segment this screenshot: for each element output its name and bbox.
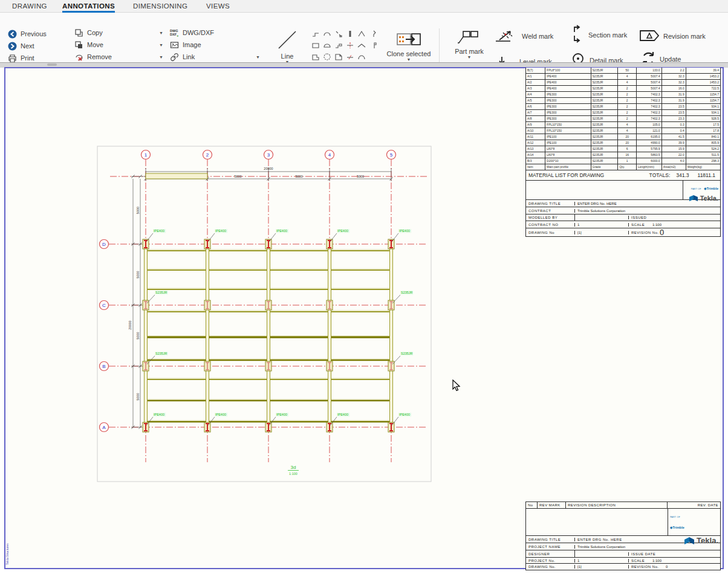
svg-text:IPE400: IPE400	[276, 229, 287, 233]
angle-icon[interactable]	[356, 28, 367, 39]
clone-selected-button[interactable]: Clone selected ▼	[385, 31, 433, 62]
dwg-dxf-button[interactable]: DWGDXF+ DWG/DXF	[169, 27, 214, 38]
trimble-logo-bottom: ◆Trimble	[670, 526, 684, 529]
total-area: 341.3	[676, 172, 689, 178]
freehand-icon[interactable]	[333, 28, 344, 39]
clone-selected-icon	[396, 43, 421, 50]
copy-label: Copy	[87, 29, 103, 36]
svg-text:IPE400: IPE400	[154, 229, 164, 233]
move-button[interactable]: Move	[74, 39, 103, 50]
trimble-logo: ◆Trimble	[704, 187, 718, 190]
tab-annotations[interactable]: ANNOTATIONS	[62, 0, 115, 13]
designer-row: DESIGNER ISSUE DATE	[526, 550, 720, 558]
line-tool-button[interactable]: Line ▼	[273, 28, 301, 64]
link-dropdown-caret[interactable]: ▼	[256, 55, 260, 59]
material-row: A/12IPE100S235JR204990.039.9805.9	[526, 140, 720, 146]
polyline-icon[interactable]	[310, 28, 321, 39]
material-header-row: ItemMain part profileGradeQty.Length(mm)…	[526, 164, 720, 170]
svg-text:5000: 5000	[136, 332, 140, 339]
next-button[interactable]: Next	[7, 40, 34, 51]
polygon-icon[interactable]	[310, 51, 321, 62]
link-button[interactable]: Link	[169, 51, 195, 62]
svg-text:4: 4	[328, 152, 331, 158]
tab-views[interactable]: VIEWS	[206, 0, 230, 13]
closed-arc-icon[interactable]	[321, 39, 333, 51]
clone-dropdown-caret[interactable]: ▼	[385, 57, 433, 62]
svg-text:20000: 20000	[264, 167, 273, 170]
ribbon: Previous Next Print Close Copy Move Remo…	[0, 13, 728, 62]
total-weight: 11811.1	[698, 172, 715, 178]
dwg-dxf-icon: DWGDXF+	[169, 28, 180, 38]
svg-text:S235JR: S235JR	[155, 291, 167, 294]
rectangle-icon[interactable]	[310, 39, 321, 51]
material-totals-row: MATERIAL LIST FOR DRAWING TOTALS: 341.3 …	[526, 170, 720, 181]
plan-view[interactable]: 2000050005000500050002000050005000500050…	[94, 144, 435, 485]
svg-text:2: 2	[206, 152, 209, 158]
line-icon	[275, 45, 299, 53]
previous-label: Previous	[21, 30, 47, 37]
remove-label: Remove	[87, 53, 112, 60]
weld-mark-button[interactable]: Weld mark	[495, 31, 553, 42]
svg-text:S235JR: S235JR	[155, 352, 167, 355]
material-row: A/7IPE300S235JR27402.323.5934.1	[526, 110, 720, 116]
tab-drawing[interactable]: DRAWING	[12, 0, 47, 13]
title-block-top-logo-area: PART OF ◆Trimble Tekla.	[526, 181, 720, 200]
dashed-circle-icon[interactable]	[321, 51, 333, 62]
svg-text:20000: 20000	[128, 320, 132, 329]
svg-text:1: 1	[145, 152, 148, 158]
plan-part-labels: IPE400IPE400IPE400IPE400IPE400IPE400IPE4…	[146, 229, 413, 425]
project-no-row: PROJECT No. 1 SCALE 1:100	[526, 558, 720, 564]
plan-dimensions	[131, 168, 393, 429]
next-label: Next	[21, 42, 34, 50]
revision-mark-label: Revision mark	[663, 33, 706, 40]
remove-dropdown-caret[interactable]: ▼	[159, 55, 163, 59]
part-mark-dropdown-caret[interactable]: ▼	[450, 55, 489, 59]
part-mark-button[interactable]: Part mark ▼	[450, 30, 489, 59]
remove-button[interactable]: Remove	[74, 51, 112, 62]
wide-angle-icon[interactable]	[356, 39, 367, 51]
tab-dimensioning[interactable]: DIMENSIONING	[133, 0, 187, 13]
tekla-logo-icon-bottom	[684, 537, 695, 545]
revision-mark-icon	[639, 29, 660, 44]
sketch-flag-icon[interactable]	[333, 39, 344, 51]
ribbon-tab-bar: DRAWING ANNOTATIONS DIMENSIONING VIEWS	[0, 0, 728, 13]
tekla-logo-icon	[689, 195, 698, 202]
part-mark-icon	[457, 40, 481, 48]
material-list-table[interactable]: B(7)FPL8*100S235JR50133.02.239.4A/1IPE40…	[525, 68, 721, 237]
modelled-by-row: MODELLED BY ISSUED	[526, 214, 720, 221]
leader-flag-icon[interactable]	[367, 39, 379, 51]
contract-row: CONTRACT Trimble Solutions Corporation	[526, 207, 720, 214]
revision-mark-button[interactable]: Revision mark	[639, 31, 706, 42]
svg-text:IPE400: IPE400	[337, 229, 348, 233]
copy-button[interactable]: Copy	[74, 27, 103, 38]
material-row: A/11IPE100S235JR206195.041.5840.1	[526, 134, 720, 140]
move-dropdown-caret[interactable]: ▼	[159, 43, 163, 47]
drawing-no-row-bottom: DRAWING No. [1] REVISION No. 0	[526, 564, 720, 570]
previous-button[interactable]: Previous	[7, 28, 47, 39]
svg-text:5000: 5000	[136, 271, 140, 278]
material-row: B/3D200*10S235JR16000.04.0298.3	[526, 158, 720, 164]
open-arc-icon[interactable]	[356, 51, 367, 62]
tekla-logo-cell-bottom: PART OF◆Trimble Tekla.	[668, 509, 720, 535]
arc-icon[interactable]	[321, 28, 333, 39]
tekla-watermark: Tekla Structures	[5, 517, 10, 565]
ribbon-grip[interactable]	[47, 63, 57, 66]
bent-polyline-icon[interactable]	[367, 28, 379, 39]
svg-text:DXF: DXF	[170, 33, 177, 36]
line-label: Line	[273, 53, 301, 60]
move-label: Move	[87, 41, 103, 48]
folded-page-icon[interactable]	[333, 51, 344, 62]
thick-line-icon[interactable]	[344, 28, 356, 39]
svg-text:5000: 5000	[357, 175, 364, 178]
contract-no-row: CONTRACT NO 1 SCALE 1:100	[526, 221, 720, 228]
material-row: A/1IPE400S235JR45007.432.31453.2	[526, 74, 720, 80]
strike-line-icon[interactable]	[344, 51, 356, 62]
svg-text:+: +	[177, 34, 179, 37]
image-button[interactable]: Image	[169, 39, 201, 50]
copy-dropdown-caret[interactable]: ▼	[159, 31, 163, 35]
plan-view-label: 3d1:100	[288, 465, 299, 476]
title-block-bottom[interactable]: No REV MARK REVISION DESCRIPTION REV. DA…	[525, 501, 721, 570]
section-mark-button[interactable]: Section mark	[570, 30, 627, 40]
link-icon	[169, 52, 180, 62]
centerline-icon[interactable]	[344, 39, 356, 51]
